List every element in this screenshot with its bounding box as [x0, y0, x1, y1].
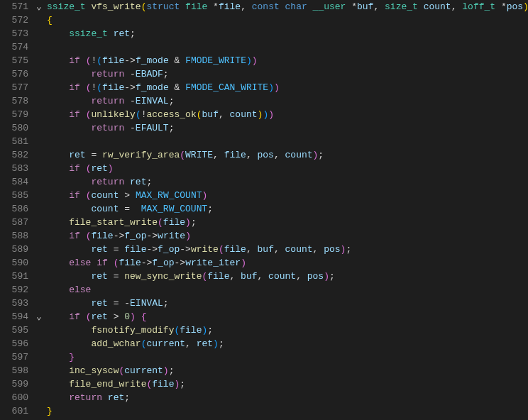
code-line[interactable]: ret = file->f_op->write(file, buf, count… [47, 243, 528, 256]
code-line[interactable]: else if (file->f_op->write_iter) [47, 256, 528, 270]
fold-marker [34, 256, 44, 270]
fold-marker [34, 175, 44, 189]
fold-marker [34, 297, 44, 310]
line-number: 588 [0, 229, 28, 243]
code-line[interactable]: fsnotify_modify(file); [47, 324, 528, 337]
line-number: 596 [0, 337, 28, 350]
fold-marker[interactable]: ⌄ [34, 310, 44, 324]
code-line[interactable]: { [47, 13, 528, 27]
code-line[interactable]: return -EINVAL; [47, 94, 528, 108]
fold-marker [34, 337, 44, 350]
fold-marker [34, 13, 44, 27]
line-number-gutter: 5715725735745755765775785795805815825835… [0, 0, 34, 420]
line-number: 590 [0, 256, 28, 270]
line-number: 579 [0, 108, 28, 121]
line-number: 583 [0, 162, 28, 175]
line-number: 576 [0, 67, 28, 81]
code-line[interactable]: return ret; [47, 175, 528, 189]
code-line[interactable]: if (ret > 0) { [47, 310, 528, 324]
fold-marker [34, 229, 44, 243]
code-line[interactable]: add_wchar(current, ret); [47, 337, 528, 350]
fold-marker [34, 243, 44, 256]
line-number: 578 [0, 94, 28, 108]
fold-marker [34, 54, 44, 67]
code-line[interactable]: file_end_write(file); [47, 377, 528, 391]
line-number: 599 [0, 377, 28, 391]
line-number: 591 [0, 270, 28, 283]
line-number: 600 [0, 391, 28, 404]
fold-marker [34, 283, 44, 297]
fold-marker [34, 391, 44, 404]
code-line[interactable]: inc_syscw(current); [47, 364, 528, 377]
line-number: 589 [0, 243, 28, 256]
fold-marker [34, 81, 44, 94]
fold-marker [34, 148, 44, 162]
code-line[interactable]: else [47, 283, 528, 297]
code-line[interactable]: count = MAX_RW_COUNT; [47, 202, 528, 216]
fold-marker [34, 121, 44, 135]
chevron-down-icon[interactable]: ⌄ [36, 0, 42, 13]
code-content[interactable]: ssize_t vfs_write(struct file *file, con… [44, 0, 528, 420]
code-line[interactable]: } [47, 404, 528, 418]
code-line[interactable]: if (count > MAX_RW_COUNT) [47, 189, 528, 202]
code-line[interactable]: return ret; [47, 391, 528, 404]
code-line[interactable]: } [47, 350, 528, 364]
line-number: 587 [0, 216, 28, 229]
line-number: 584 [0, 175, 28, 189]
line-number: 594 [0, 310, 28, 324]
code-line[interactable]: if (unlikely(!access_ok(buf, count))) [47, 108, 528, 121]
fold-marker [34, 108, 44, 121]
line-number: 593 [0, 297, 28, 310]
line-number: 571 [0, 0, 28, 13]
fold-gutter: ⌄ ⌄ [34, 0, 44, 420]
fold-marker [34, 216, 44, 229]
code-line[interactable]: return -EBADF; [47, 67, 528, 81]
line-number: 581 [0, 135, 28, 148]
line-number: 582 [0, 148, 28, 162]
line-number: 575 [0, 54, 28, 67]
code-line[interactable]: ret = -EINVAL; [47, 297, 528, 310]
line-number: 598 [0, 364, 28, 377]
fold-marker [34, 189, 44, 202]
code-line[interactable]: ret = rw_verify_area(WRITE, file, pos, c… [47, 148, 528, 162]
line-number: 585 [0, 189, 28, 202]
code-line[interactable]: file_start_write(file); [47, 216, 528, 229]
line-number: 592 [0, 283, 28, 297]
line-number: 580 [0, 121, 28, 135]
fold-marker [34, 270, 44, 283]
fold-marker [34, 67, 44, 81]
line-number: 572 [0, 13, 28, 27]
code-line[interactable]: ret = new_sync_write(file, buf, count, p… [47, 270, 528, 283]
code-line[interactable]: return -EFAULT; [47, 121, 528, 135]
fold-marker [34, 350, 44, 364]
fold-marker [34, 202, 44, 216]
line-number: 586 [0, 202, 28, 216]
code-line[interactable] [47, 135, 528, 148]
fold-marker [34, 135, 44, 148]
line-number: 595 [0, 324, 28, 337]
code-line[interactable]: ssize_t ret; [47, 27, 528, 40]
fold-marker [34, 404, 44, 418]
fold-marker [34, 364, 44, 377]
fold-marker [34, 94, 44, 108]
line-number: 577 [0, 81, 28, 94]
code-line[interactable]: if (!(file->f_mode & FMODE_WRITE)) [47, 54, 528, 67]
fold-marker [34, 40, 44, 54]
code-line[interactable]: if (ret) [47, 162, 528, 175]
fold-marker [34, 324, 44, 337]
chevron-down-icon[interactable]: ⌄ [36, 310, 42, 324]
fold-marker [34, 377, 44, 391]
line-number: 597 [0, 350, 28, 364]
code-line[interactable]: if (file->f_op->write) [47, 229, 528, 243]
line-number: 601 [0, 404, 28, 418]
code-line[interactable] [47, 40, 528, 54]
code-editor[interactable]: 5715725735745755765775785795805815825835… [0, 0, 528, 420]
fold-marker [34, 162, 44, 175]
code-line[interactable]: if (!(file->f_mode & FMODE_CAN_WRITE)) [47, 81, 528, 94]
code-line[interactable]: ssize_t vfs_write(struct file *file, con… [47, 0, 528, 13]
line-number: 574 [0, 40, 28, 54]
line-number: 573 [0, 27, 28, 40]
fold-marker[interactable]: ⌄ [34, 0, 44, 13]
fold-marker [34, 27, 44, 40]
